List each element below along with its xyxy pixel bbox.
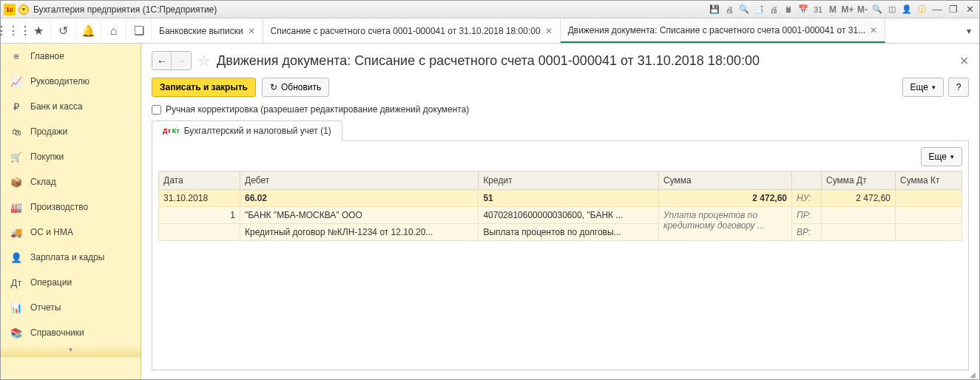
grid-more-button[interactable]: Еще bbox=[921, 147, 962, 166]
info-icon[interactable]: ⓘ bbox=[916, 4, 927, 16]
sidebar-item-purchases[interactable]: 🛒Покупки bbox=[1, 144, 141, 169]
more-button[interactable]: Еще bbox=[902, 78, 944, 97]
cell-sum-dt: 2 472,60 bbox=[822, 190, 896, 207]
panels-icon[interactable]: ◫ bbox=[886, 4, 898, 16]
memory-m-button[interactable]: M bbox=[827, 4, 839, 16]
nav-back-button[interactable]: ← bbox=[152, 52, 172, 69]
close-icon[interactable]: ✕ bbox=[545, 26, 552, 36]
cart-icon: 🛒 bbox=[10, 152, 23, 163]
box-icon: 📦 bbox=[10, 177, 23, 188]
save-icon[interactable]: 💾 bbox=[709, 4, 720, 16]
nav-back-forward: ← → bbox=[152, 51, 192, 70]
memory-mminus-button[interactable]: M- bbox=[856, 4, 868, 16]
refresh-label: Обновить bbox=[281, 82, 321, 92]
app-menu-dropdown-icon[interactable]: ▾ bbox=[18, 4, 29, 15]
tab-bank-statements[interactable]: Банковские выписки ✕ bbox=[152, 18, 263, 43]
print2-icon[interactable]: 🖨 bbox=[768, 4, 780, 16]
cell-debit-analytics: "БАНК "МБА-МОСКВА" ООО bbox=[240, 207, 479, 224]
calc-icon[interactable]: 🖩 bbox=[783, 4, 794, 16]
cell-rownum: 1 bbox=[159, 207, 240, 224]
books-icon: 📚 bbox=[10, 328, 23, 339]
window-minimize-button[interactable]: — bbox=[930, 4, 944, 16]
help-button[interactable]: ? bbox=[948, 78, 969, 97]
table-row[interactable]: Кредитный договор №КЛН-1234 от 12.10.20.… bbox=[159, 224, 962, 241]
manual-correction-checkbox[interactable] bbox=[152, 105, 161, 115]
cell-empty bbox=[822, 207, 896, 224]
preview-icon[interactable]: 🔍 bbox=[738, 4, 750, 16]
sidebar-item-assets[interactable]: 🚚ОС и НМА bbox=[1, 220, 141, 245]
refresh-button[interactable]: ↻Обновить bbox=[262, 78, 329, 97]
windows-icon[interactable]: ❏ bbox=[126, 18, 152, 43]
col-date[interactable]: Дата bbox=[159, 172, 240, 190]
tabs-overflow-button[interactable]: ▾ bbox=[959, 18, 979, 43]
cell-date: 31.10.2018 bbox=[159, 190, 240, 207]
window-close-button[interactable]: ✕ bbox=[963, 4, 976, 16]
sidebar-item-main[interactable]: ≡Главное bbox=[1, 44, 141, 69]
scroll-corner-icon[interactable]: ◢ bbox=[967, 369, 978, 379]
refresh-icon: ↻ bbox=[270, 82, 277, 92]
save-and-close-button[interactable]: Записать и закрыть bbox=[152, 78, 256, 97]
sidebar-item-manager[interactable]: 📈Руководителю bbox=[1, 69, 141, 94]
window-restore-button[interactable]: ❐ bbox=[947, 4, 960, 16]
tab-movements-doc[interactable]: Движения документа: Списание с расчетног… bbox=[561, 18, 886, 43]
ruble-icon: ₽ bbox=[10, 101, 23, 112]
favorite-toggle-icon[interactable]: ☆ bbox=[197, 52, 211, 69]
sidebar-item-bank[interactable]: ₽Банк и касса bbox=[1, 94, 141, 119]
chart-icon: 📈 bbox=[10, 76, 23, 87]
cell-debit-detail: Кредитный договор №КЛН-1234 от 12.10.20.… bbox=[240, 224, 479, 241]
sidebar-item-operations[interactable]: ДтОперации bbox=[1, 270, 141, 295]
kt-icon: Кт bbox=[172, 127, 180, 135]
close-icon[interactable]: ✕ bbox=[248, 26, 255, 36]
table-row[interactable]: 31.10.2018 66.02 51 2 472,60 НУ: 2 472,6… bbox=[159, 190, 962, 207]
factory-icon: 🏭 bbox=[10, 202, 23, 213]
grid-empty-area bbox=[152, 241, 968, 370]
cell-sum: 2 472,60 bbox=[659, 190, 792, 207]
top-navigation-row: ⋮⋮⋮ ★ ↺ 🔔 ⌂ ❏ Банковские выписки ✕ Списа… bbox=[1, 18, 979, 44]
cell-pr-label: ПР: bbox=[792, 207, 822, 224]
sidebar-item-production[interactable]: 🏭Производство bbox=[1, 194, 141, 220]
sidebar-item-label: Зарплата и кадры bbox=[30, 252, 104, 262]
print-icon[interactable]: 🖨 bbox=[723, 4, 735, 16]
favorite-star-icon[interactable]: ★ bbox=[26, 18, 51, 43]
sidebar-item-sales[interactable]: 🛍Продажи bbox=[1, 119, 141, 144]
tab-accounting-register[interactable]: ДтКт Бухгалтерский и налоговый учет (1) bbox=[152, 121, 342, 141]
col-empty[interactable] bbox=[792, 172, 822, 190]
sidebar-item-reports[interactable]: 📊Отчеты bbox=[1, 295, 141, 320]
sidebar-item-salary[interactable]: 👤Зарплата и кадры bbox=[1, 245, 141, 270]
compare-icon[interactable]: 📑 bbox=[753, 4, 765, 16]
apps-grid-icon[interactable]: ⋮⋮⋮ bbox=[1, 18, 26, 43]
sidebar-item-warehouse[interactable]: 📦Склад bbox=[1, 169, 141, 194]
sidebar-scroll-hint[interactable]: ▾ bbox=[1, 345, 141, 357]
col-sum-kt[interactable]: Сумма Кт bbox=[896, 172, 962, 190]
sidebar-item-directories[interactable]: 📚Справочники bbox=[1, 320, 141, 345]
cell-description: Уплата процентов по кредитному договору … bbox=[659, 207, 792, 241]
cell-credit-account: 51 bbox=[479, 190, 659, 207]
tab-label: Движения документа: Списание с расчетног… bbox=[568, 25, 866, 35]
register-grid-panel: Еще Дата Дебет Кредит Сумма Сумма Дт Сум… bbox=[152, 141, 969, 370]
page-title: Движения документа: Списание с расчетног… bbox=[217, 53, 760, 69]
cell-debit-account: 66.02 bbox=[240, 190, 479, 207]
col-sum[interactable]: Сумма bbox=[659, 172, 792, 190]
user-icon[interactable]: 👤 bbox=[901, 4, 913, 16]
col-credit[interactable]: Кредит bbox=[479, 172, 659, 190]
notifications-bell-icon[interactable]: 🔔 bbox=[76, 18, 101, 43]
home-icon[interactable]: ⌂ bbox=[101, 18, 126, 43]
nav-forward-button[interactable]: → bbox=[172, 52, 191, 69]
accounting-entries-table: Дата Дебет Кредит Сумма Сумма Дт Сумма К… bbox=[158, 171, 962, 241]
table-row[interactable]: 1 "БАНК "МБА-МОСКВА" ООО 407028106000000… bbox=[159, 207, 962, 224]
zoom-icon[interactable]: 🔍 bbox=[871, 4, 883, 16]
sidebar-item-label: Продажи bbox=[30, 126, 67, 137]
cell-empty bbox=[896, 224, 962, 241]
col-sum-dt[interactable]: Сумма Дт bbox=[822, 172, 896, 190]
date-icon[interactable]: 31 bbox=[812, 4, 824, 16]
cell-credit-detail: Выплата процентов по долговы... bbox=[479, 224, 659, 241]
close-page-button[interactable]: ✕ bbox=[959, 54, 969, 68]
document-tabs: Банковские выписки ✕ Списание с расчетно… bbox=[152, 18, 959, 43]
col-debit[interactable]: Дебет bbox=[240, 172, 479, 190]
history-icon[interactable]: ↺ bbox=[51, 18, 76, 43]
calendar-icon[interactable]: 📅 bbox=[797, 4, 809, 16]
close-icon[interactable]: ✕ bbox=[870, 25, 877, 35]
memory-mplus-button[interactable]: M+ bbox=[842, 4, 854, 16]
tab-writeoff-doc[interactable]: Списание с расчетного счета 0001-000041 … bbox=[263, 18, 561, 43]
sidebar-item-label: ОС и НМА bbox=[30, 227, 73, 237]
